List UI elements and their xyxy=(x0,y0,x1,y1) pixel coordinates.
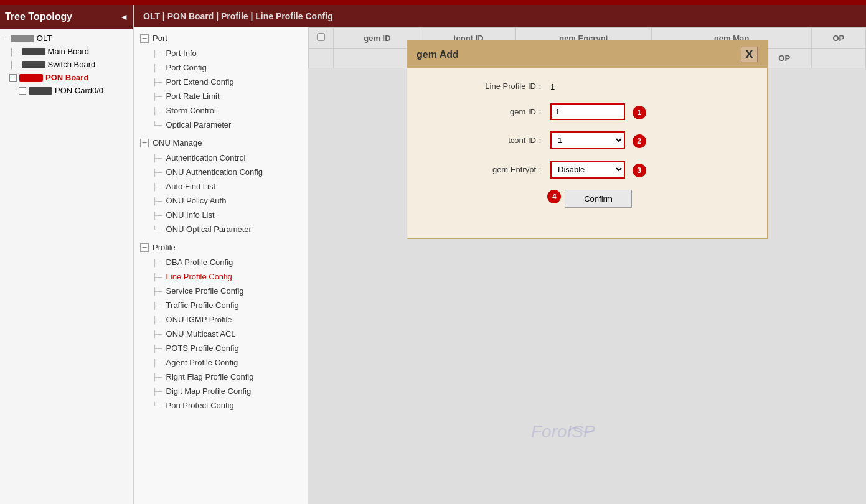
agent-profile-config-label: Agent Profile Config xyxy=(166,358,238,367)
gem-encrypt-label: gem Entrypt： xyxy=(426,164,550,175)
nav-connector: ├─ xyxy=(153,388,162,395)
sidebar-item-olt[interactable]: ─ OLT xyxy=(0,32,133,45)
sidebar-item-pon-board[interactable]: ─ PON Board xyxy=(0,71,133,84)
nav-item-service-profile-config[interactable]: ├─ Service Profile Config xyxy=(134,284,308,298)
port-toggle-icon[interactable]: ─ xyxy=(140,34,149,43)
nav-connector: ├─ xyxy=(153,273,162,281)
sidebar-tree: ─ OLT ├─ Main Board ├─ Switch Board ─ PO… xyxy=(0,29,133,504)
tcont-id-select[interactable]: 1 2 3 4 xyxy=(550,131,625,149)
tree-connector: ─ xyxy=(3,35,8,42)
pots-profile-config-label: POTS Profile Config xyxy=(166,343,239,353)
pon-protect-config-label: Pon Protect Config xyxy=(166,401,234,410)
tree-connector: ├─ xyxy=(9,61,19,68)
nav-connector: ├─ xyxy=(153,50,162,57)
sidebar-header: Tree Topology ◄ xyxy=(0,5,133,29)
dba-profile-config-label: DBA Profile Config xyxy=(166,258,233,267)
nav-connector: └─ xyxy=(153,226,162,233)
step3-badge: 3 xyxy=(633,164,646,177)
confirm-row: 4 Confirm xyxy=(426,190,748,208)
nav-connector: ├─ xyxy=(153,183,162,190)
port-extend-config-label: Port Extend Config xyxy=(166,77,234,86)
pon-card-expand-icon[interactable]: ─ xyxy=(19,87,26,95)
confirm-button[interactable]: Confirm xyxy=(565,190,632,208)
modal-title-bar: gem Add X xyxy=(407,40,767,68)
profile-toggle-icon[interactable]: ─ xyxy=(140,243,149,252)
modal-body: Line Profile ID： 1 gem ID： 1 xyxy=(407,68,767,220)
pon-card-label: PON Card0/0 xyxy=(55,86,103,95)
gem-add-modal: gem Add X Line Profile ID： 1 xyxy=(407,40,768,239)
modal-close-button[interactable]: X xyxy=(741,47,758,62)
line-profile-id-value: 1 xyxy=(550,82,748,91)
sidebar-item-pon-card[interactable]: ─ PON Card0/0 xyxy=(0,84,133,97)
nav-connector: ├─ xyxy=(153,169,162,176)
nav-section-profile-header[interactable]: ─ Profile xyxy=(134,240,308,255)
main-board-device-icon xyxy=(22,48,45,55)
nav-item-auto-find-list[interactable]: ├─ Auto Find List xyxy=(134,179,308,194)
nav-item-onu-policy-auth[interactable]: ├─ ONU Policy Auth xyxy=(134,194,308,208)
pon-board-expand-icon[interactable]: ─ xyxy=(9,74,17,82)
onu-policy-auth-label: ONU Policy Auth xyxy=(166,196,227,205)
sidebar-item-main-board[interactable]: ├─ Main Board xyxy=(0,45,133,58)
onu-multicast-acl-label: ONU Multicast ACL xyxy=(166,329,236,338)
nav-item-onu-optical-parameter[interactable]: └─ ONU Optical Parameter xyxy=(134,222,308,236)
onu-auth-config-label: ONU Authentication Config xyxy=(166,167,263,177)
sidebar-title: Tree Topology xyxy=(5,11,72,22)
nav-item-storm-control[interactable]: ├─ Storm Control xyxy=(134,103,308,118)
onu-manage-toggle-icon[interactable]: ─ xyxy=(140,139,149,147)
step4-badge: 4 xyxy=(547,190,561,203)
gem-id-input[interactable] xyxy=(550,103,625,120)
nav-item-onu-multicast-acl[interactable]: ├─ ONU Multicast ACL xyxy=(134,327,308,341)
service-profile-config-label: Service Profile Config xyxy=(166,286,244,296)
right-flag-profile-config-label: Right Flag Profile Config xyxy=(166,372,254,381)
nav-connector: ├─ xyxy=(153,93,162,100)
nav-panel: ─ Port ├─ Port Info ├─ Port Config ├─ Po… xyxy=(134,27,308,504)
onu-info-list-label: ONU Info List xyxy=(166,210,215,220)
form-row-gem-id: gem ID： 1 xyxy=(426,103,748,120)
main-board-label: Main Board xyxy=(48,47,89,56)
port-config-label: Port Config xyxy=(166,63,207,72)
nav-item-digit-map-profile-config[interactable]: ├─ Digit Map Profile Config xyxy=(134,384,308,398)
nav-item-onu-auth-config[interactable]: ├─ ONU Authentication Config xyxy=(134,165,308,179)
switch-board-device-icon xyxy=(22,61,45,68)
nav-item-right-flag-profile-config[interactable]: ├─ Right Flag Profile Config xyxy=(134,370,308,384)
nav-item-authentication-control[interactable]: ├─ Authentication Control xyxy=(134,151,308,165)
onu-optical-parameter-label: ONU Optical Parameter xyxy=(166,225,252,234)
nav-item-port-info[interactable]: ├─ Port Info xyxy=(134,46,308,60)
line-profile-id-display: 1 xyxy=(550,82,555,91)
nav-item-port-config[interactable]: ├─ Port Config xyxy=(134,60,308,75)
main-content: gem ID tcont ID gem Encrypt gem Map OP xyxy=(308,27,866,504)
line-profile-id-label: Line Profile ID： xyxy=(426,81,550,92)
nav-item-dba-profile-config[interactable]: ├─ DBA Profile Config xyxy=(134,255,308,269)
digit-map-profile-config-label: Digit Map Profile Config xyxy=(166,386,252,396)
nav-section-port-header[interactable]: ─ Port xyxy=(134,30,308,46)
nav-item-traffic-profile-config[interactable]: ├─ Traffic Profile Config xyxy=(134,298,308,312)
nav-item-port-rate-limit[interactable]: ├─ Port Rate Limit xyxy=(134,89,308,103)
nav-item-optical-parameter[interactable]: └─ Optical Parameter xyxy=(134,118,308,132)
nav-item-onu-info-list[interactable]: ├─ ONU Info List xyxy=(134,208,308,222)
line-profile-config-label: Line Profile Config xyxy=(166,272,232,281)
nav-item-line-profile-config[interactable]: ├─ Line Profile Config xyxy=(134,269,308,284)
step1-badge: 1 xyxy=(633,106,646,119)
nav-item-port-extend-config[interactable]: ├─ Port Extend Config xyxy=(134,75,308,89)
tcont-id-label: tcont ID： xyxy=(426,135,550,146)
nav-connector: ├─ xyxy=(153,259,162,266)
sidebar-item-switch-board[interactable]: ├─ Switch Board xyxy=(0,58,133,71)
storm-control-label: Storm Control xyxy=(166,106,216,115)
gem-id-label: gem ID： xyxy=(426,106,550,118)
form-row-tcont-id: tcont ID： 1 2 3 4 2 xyxy=(426,131,748,149)
nav-connector: ├─ xyxy=(153,330,162,338)
nav-section-onu-manage-header[interactable]: ─ ONU Manage xyxy=(134,135,308,151)
nav-item-pon-protect-config[interactable]: └─ Pon Protect Config xyxy=(134,398,308,413)
content-area: OLT | PON Board | Profile | Line Profile… xyxy=(134,5,866,504)
profile-section-label: Profile xyxy=(153,243,176,252)
nav-connector: ├─ xyxy=(153,64,162,72)
nav-item-pots-profile-config[interactable]: ├─ POTS Profile Config xyxy=(134,341,308,355)
port-info-label: Port Info xyxy=(166,49,197,58)
gem-encrypt-select[interactable]: Disable Enable xyxy=(550,161,625,179)
sidebar-toggle[interactable]: ◄ xyxy=(120,12,128,22)
nav-connector: ├─ xyxy=(153,78,162,86)
nav-connector: └─ xyxy=(153,121,162,129)
pon-board-device-icon xyxy=(19,74,43,82)
nav-item-agent-profile-config[interactable]: ├─ Agent Profile Config xyxy=(134,355,308,370)
nav-item-onu-igmp-profile[interactable]: ├─ ONU IGMP Profile xyxy=(134,312,308,327)
